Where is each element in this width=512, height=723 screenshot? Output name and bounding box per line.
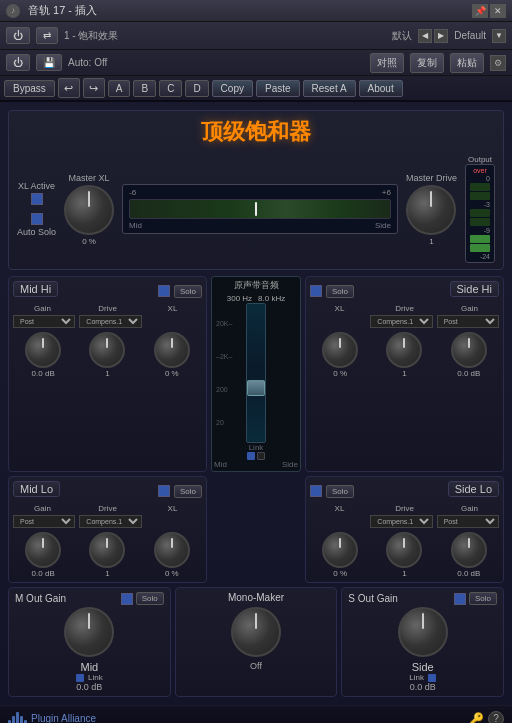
save-button[interactable]: 💾 (36, 54, 62, 71)
link-dot-mid[interactable] (247, 452, 255, 460)
side-lo-post-select[interactable]: Post (437, 515, 499, 528)
mid-hi-col-labels: Gain Drive XL (13, 304, 202, 313)
eq-fader-track (246, 303, 266, 443)
bypass-button[interactable]: Bypass (4, 80, 55, 97)
xl-active-checkbox[interactable] (31, 193, 43, 205)
mid-lo-drive-knob[interactable] (89, 532, 125, 568)
paste-button[interactable]: Paste (256, 80, 300, 97)
master-drive-knob[interactable] (406, 185, 456, 235)
side-lo-gain-knob[interactable] (451, 532, 487, 568)
s-out-checkbox[interactable] (454, 593, 466, 605)
default-dropdown-button[interactable]: ▼ (492, 29, 506, 43)
eq-fader-thumb[interactable] (247, 380, 265, 396)
eq-20-label: 20 (216, 419, 232, 426)
plugin-title: 顶级饱和器 (17, 117, 495, 147)
mid-hi-xl-knob[interactable] (154, 332, 190, 368)
copy-button[interactable]: Copy (212, 80, 253, 97)
mid-lo-checkbox[interactable] (158, 485, 170, 497)
mid-lo-gain-knob[interactable] (25, 532, 61, 568)
side-hi-solo-button[interactable]: Solo (326, 285, 354, 298)
power2-button[interactable]: ⏻ (6, 54, 30, 71)
side-hi-gain-knob[interactable] (451, 332, 487, 368)
copy2-button[interactable]: 复制 (410, 53, 444, 73)
m-out-checkbox[interactable] (121, 593, 133, 605)
mid-side-labels: Mid Side (214, 460, 298, 469)
side-lo-compens-select[interactable]: Compens.1 (370, 515, 432, 528)
loop-button[interactable]: ⇄ (36, 27, 58, 44)
link-dot-side[interactable] (257, 452, 265, 460)
undo-button[interactable]: ↩ (58, 78, 80, 98)
vu-mid-label: Mid (129, 221, 142, 230)
gear-button[interactable]: ⚙ (490, 55, 506, 71)
next-preset-button[interactable]: ▶ (434, 29, 448, 43)
m-out-val-label: 0.0 dB (76, 682, 102, 692)
m-out-solo-button[interactable]: Solo (136, 592, 164, 605)
paste2-button[interactable]: 粘贴 (450, 53, 484, 73)
meter-9-label: -9 (484, 227, 492, 234)
mid-hi-checkbox[interactable] (158, 285, 170, 297)
preset-a-button[interactable]: A (108, 80, 131, 97)
side-lo-drive-knob[interactable] (386, 532, 422, 568)
s-out-side-label: Side (412, 661, 434, 673)
side-lo-drive-val: 1 (402, 569, 406, 578)
side-lo-checkbox[interactable] (310, 485, 322, 497)
side-lo-solo-button[interactable]: Solo (326, 485, 354, 498)
preset-d-button[interactable]: D (185, 80, 208, 97)
preset-b-button[interactable]: B (133, 80, 156, 97)
side-hi-checkbox[interactable] (310, 285, 322, 297)
m-out-link-dot[interactable] (76, 674, 84, 682)
bottom-row: M Out Gain Solo Mid Link 0.0 dB Mono-Mak… (8, 587, 504, 697)
xl-active-area: XL Active (18, 181, 55, 205)
m-out-mid-label: Mid (80, 661, 98, 673)
mid-hi-drive-knob[interactable] (89, 332, 125, 368)
close-button[interactable]: ✕ (490, 4, 506, 18)
mono-maker-knob[interactable] (231, 607, 281, 657)
mid-hi-section: Mid Hi Solo Gain Drive XL Post Compens.1 (8, 276, 207, 472)
mid-lo-gain-col: 0.0 dB (13, 532, 73, 578)
side-hi-xl-knob[interactable] (322, 332, 358, 368)
mid-hi-post-select[interactable]: Post (13, 315, 75, 328)
compare-button[interactable]: 对照 (370, 53, 404, 73)
redo-button[interactable]: ↪ (83, 78, 105, 98)
mid-lo-post-select[interactable]: Post (13, 515, 75, 528)
m-out-gain-knob[interactable] (64, 607, 114, 657)
master-drive-val: 1 (429, 237, 433, 246)
s-out-solo-button[interactable]: Solo (469, 592, 497, 605)
side-hi-drive-knob[interactable] (386, 332, 422, 368)
mid-lo-xl-knob[interactable] (154, 532, 190, 568)
mid-lo-gain-val: 0.0 dB (32, 569, 55, 578)
output-meter: over 0 -3 -9 -24 (465, 164, 495, 263)
mid-hi-solo-button[interactable]: Solo (174, 285, 202, 298)
pa-bar-2 (12, 716, 15, 724)
mid-lo-compens-select[interactable]: Compens.1 (79, 515, 141, 528)
key-icon: 🔑 (469, 712, 484, 724)
side-lo-gain-label: Gain (440, 504, 499, 513)
side-lo-xl-knob[interactable] (322, 532, 358, 568)
power-button[interactable]: ⏻ (6, 27, 30, 44)
mid-lo-solo-button[interactable]: Solo (174, 485, 202, 498)
eq-freq-top: 原声带音频 (234, 279, 279, 292)
prev-preset-button[interactable]: ◀ (418, 29, 432, 43)
side-hi-post-select[interactable]: Post (437, 315, 499, 328)
mid-hi-compens-select[interactable]: Compens.1 (79, 315, 141, 328)
pa-bar-5 (24, 720, 27, 724)
mid-hi-gain-knob[interactable] (25, 332, 61, 368)
preset-c-button[interactable]: C (159, 80, 182, 97)
mid-lo-xl-val: 0 % (165, 569, 179, 578)
about-button[interactable]: About (359, 80, 403, 97)
help-button[interactable]: ? (488, 711, 504, 724)
eq-200-label: 200 (216, 386, 232, 393)
auto-off-label: Auto: Off (68, 57, 107, 68)
s-out-gain-knob[interactable] (398, 607, 448, 657)
vu-plus6: +6 (382, 188, 391, 197)
pin-button[interactable]: 📌 (472, 4, 488, 18)
center-spacer (211, 476, 301, 583)
eq-side-label: Side (282, 460, 298, 469)
side-lo-xl-val: 0 % (333, 569, 347, 578)
master-xl-knob[interactable] (64, 185, 114, 235)
side-hi-compens-select[interactable]: Compens.1 (370, 315, 432, 328)
auto-solo-checkbox[interactable] (31, 213, 43, 225)
side-lo-title: Side Lo (448, 481, 499, 497)
reset-button[interactable]: Reset A (303, 80, 356, 97)
s-out-link-dot[interactable] (428, 674, 436, 682)
